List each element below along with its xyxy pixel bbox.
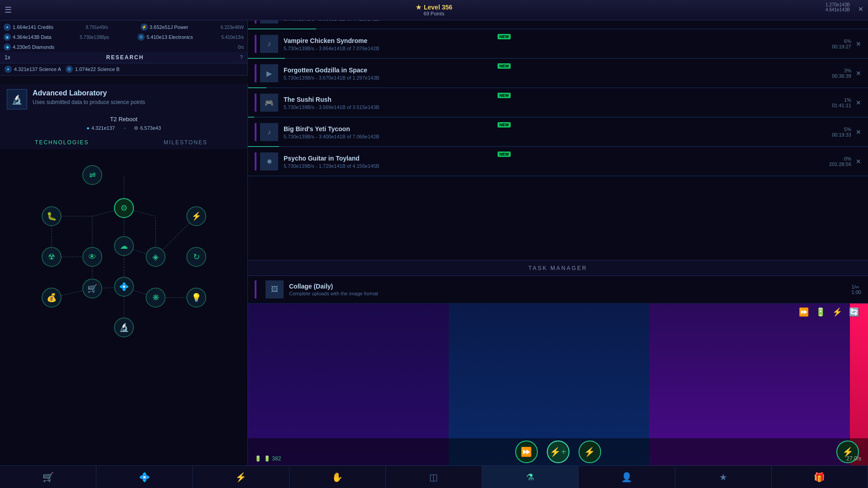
video-sync-icon[interactable]: 🔄	[849, 307, 859, 317]
video-play-btn[interactable]: ⏩	[515, 441, 538, 463]
data-rate: 5.730e139Bps	[80, 35, 109, 40]
content-item-vampire-chicken[interactable]: NEW ♪ Vampire Chicken Syndrome 5.730e139…	[248, 29, 868, 59]
advanced-lab-card[interactable]: 🔬 Advanced Laboratory Uses submitted dat…	[0, 84, 248, 115]
tech-node-recycle[interactable]: ↻	[186, 247, 206, 267]
diamonds-rate: 0/s	[238, 45, 244, 50]
content-item-sushi-rush[interactable]: NEW 🎮 The Sushi Rush 5.730e139B/s - 3.56…	[248, 88, 868, 118]
tech-node-cluster[interactable]: ❋	[146, 288, 166, 308]
content-time-2: 00:19:27	[815, 44, 851, 49]
hand-icon: ✋	[332, 472, 343, 483]
item-bar-6	[255, 152, 256, 171]
content-time-6: 201:28:56	[815, 161, 851, 167]
tech-node-solar[interactable]: ◈	[146, 247, 166, 267]
content-item-psycho-guitar[interactable]: NEW ✸ Psycho Guitar in Toyland 5.730e139…	[248, 147, 868, 176]
level-display: ★ Level 356 69 Points	[416, 4, 452, 16]
tech-node-chip[interactable]: 💠	[114, 277, 134, 297]
tech-node-center[interactable]: ⚙	[114, 198, 134, 218]
content-title-5: Big Bird's Yeti Tycoon	[284, 125, 815, 133]
collage-info: Collage (Daily) Complete uploads with th…	[289, 283, 846, 296]
nav-item-gift[interactable]: 🎁	[772, 466, 868, 488]
content-item-forgotten-godzilla[interactable]: NEW ▶ Forgotten Godzilla in Space 5.730e…	[248, 59, 868, 88]
battery-icon: 🔋	[255, 455, 261, 462]
gift-icon: 🎁	[814, 472, 825, 483]
data-value: 4.364e143B Data	[13, 34, 52, 40]
nav-item-chip[interactable]: 💠	[96, 466, 193, 488]
video-boost-btn[interactable]: ⚡	[579, 441, 601, 463]
tech-node-bulb[interactable]: 💡	[186, 288, 206, 308]
nav-item-power[interactable]: ⚡	[193, 466, 289, 488]
level-points: 69 Points	[424, 11, 445, 16]
content-title-3: Forgotten Godzilla in Space	[284, 66, 815, 74]
t2-icon-a: ●	[86, 125, 90, 131]
tab-technologies[interactable]: TECHNOLOGIES	[0, 135, 124, 151]
content-close-3[interactable]: ✕	[856, 70, 861, 77]
diamonds-icon: ◆	[4, 43, 11, 51]
electronics-icon: ⚙	[138, 33, 145, 41]
content-stats-5: 5.730e139B/s - 3.400e141B of 7.066e142B	[284, 134, 815, 139]
video-charge-btn[interactable]: ⚡+	[547, 441, 569, 463]
tech-node-bug[interactable]: 🐛	[42, 206, 62, 226]
content-right-2: 6% 00:19:27	[815, 38, 851, 49]
collage-title: Collage (Daily)	[289, 283, 846, 290]
new-badge-3: NEW	[498, 63, 511, 69]
tech-node-cart[interactable]: 🛒	[82, 279, 102, 298]
electronics-resource: ⚙ 5.410e13 Electronics	[138, 33, 193, 41]
content-stats-4: 5.730e139B/s - 3.569e141B of 3.515e143B	[284, 104, 815, 110]
content-thumb-2: ♪	[260, 35, 278, 53]
content-close-6[interactable]: ✕	[856, 158, 861, 165]
tab-milestones[interactable]: MILESTONES	[124, 135, 248, 151]
collage-time: 1:00	[852, 289, 861, 295]
video-battery-icon[interactable]: 🔋	[816, 307, 825, 317]
video-ff-icon[interactable]: ⏩	[799, 307, 809, 317]
tech-node-fire[interactable]: ⚡	[186, 206, 206, 226]
video-power-icon[interactable]: ⚡	[832, 307, 842, 317]
power-nav-icon: ⚡	[235, 472, 247, 483]
tech-node-shuffle[interactable]: ⇌	[82, 165, 102, 185]
collage-bar	[255, 280, 256, 298]
power-rate: 6.223e46W	[221, 25, 244, 30]
content-pct-4: 1%	[815, 97, 851, 103]
new-badge-5: NEW	[498, 122, 511, 128]
tech-node-cloud[interactable]: ☁	[114, 236, 134, 256]
content-info-5: Big Bird's Yeti Tycoon 5.730e139B/s - 3.…	[284, 125, 815, 139]
nav-item-person[interactable]: 👤	[579, 466, 675, 488]
menu-icon[interactable]: ☰	[5, 5, 12, 15]
content-close-2[interactable]: ✕	[856, 40, 861, 47]
battery-value: 🔋 382	[264, 455, 281, 462]
content-stats-6: 5.730e139B/s - 1.729e141B of 4.156e145B	[284, 163, 815, 169]
content-thumb-6: ✸	[260, 152, 278, 171]
collage-row[interactable]: 🖼 Collage (Daily) Complete uploads with …	[248, 276, 868, 303]
research-help-button[interactable]: ?	[240, 54, 243, 61]
video-overlay: ⏩ ⚡+ ⚡ ⚡	[248, 438, 868, 465]
close-top-button[interactable]: ✕	[858, 5, 863, 13]
shop-icon: 🛒	[43, 472, 54, 483]
research-panel: 1x RESEARCH ? ● 4.321e137 Science A ⚙ 1.…	[0, 52, 248, 76]
science-b-item: ⚙ 1.074e22 Science B	[66, 66, 119, 73]
collage-percentage: 1/∞	[852, 284, 861, 289]
tech-node-money[interactable]: 💰	[42, 288, 62, 308]
battery-display: 🔋 🔋 382	[255, 455, 281, 462]
content-close-4[interactable]: ✕	[856, 99, 861, 106]
content-info-6: Psycho Guitar in Toyland 5.730e139B/s - …	[284, 155, 815, 169]
lab-icon: 🔬	[7, 89, 27, 109]
nav-item-shop[interactable]: 🛒	[0, 466, 96, 488]
content-close-5[interactable]: ✕	[856, 128, 861, 136]
nav-item-hand[interactable]: ✋	[289, 466, 386, 488]
content-pct-6: 0%	[815, 156, 851, 161]
tech-node-nuclear[interactable]: ☢	[42, 247, 62, 267]
nav-item-layers[interactable]: ◫	[386, 466, 482, 488]
electronics-rate: 5.410e13/s	[221, 35, 244, 40]
tech-node-microscope[interactable]: 🔬	[114, 317, 134, 337]
top-stat-1: 1.270e143B	[825, 2, 850, 7]
t2-reboot[interactable]: T2 Reboot ● 4.321e137 → ⚙ 6.573e43	[0, 112, 248, 135]
task-manager: TASK MANAGER	[248, 260, 868, 276]
nav-item-flask[interactable]: ⚗	[482, 466, 579, 488]
credits-icon: ●	[4, 24, 11, 31]
content-right-4: 1% 01:41:11	[815, 97, 851, 108]
tech-node-person[interactable]: 👁	[82, 247, 102, 267]
lab-info: Advanced Laboratory Uses submitted data …	[33, 89, 145, 105]
resources-row-3: ◆ 4.230e5 Diamonds 0/s	[4, 42, 244, 52]
nav-item-star[interactable]: ★	[675, 466, 772, 488]
content-right-6: 0% 201:28:56	[815, 156, 851, 167]
content-item-big-bird[interactable]: NEW ♪ Big Bird's Yeti Tycoon 5.730e139B/…	[248, 118, 868, 147]
